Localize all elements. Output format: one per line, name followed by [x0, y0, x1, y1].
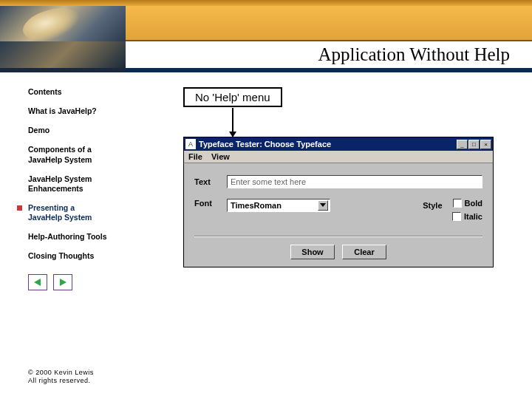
prev-button[interactable] [28, 274, 47, 290]
sidebar-item-presenting[interactable]: Presenting aJavaHelp System [28, 203, 170, 222]
clear-button[interactable]: Clear [342, 245, 386, 259]
title-rule [0, 68, 532, 72]
show-button[interactable]: Show [290, 245, 335, 259]
close-button[interactable]: × [480, 140, 491, 149]
copyright-line2: All rights reserved. [28, 377, 94, 386]
sidebar-item-components[interactable]: Components of aJavaHelp System [28, 145, 170, 164]
sidebar-item-demo[interactable]: Demo [28, 126, 170, 135]
title-photo [0, 41, 126, 68]
sidebar-item-contents[interactable]: Contents [28, 87, 170, 97]
titlebar: A Typeface Tester: Choose Typeface _ □ × [184, 137, 493, 151]
next-button[interactable] [53, 274, 72, 290]
style-label: Style [423, 201, 442, 210]
bold-label: Bold [465, 199, 482, 208]
chevron-down-icon [318, 200, 328, 211]
window-controls: _ □ × [457, 140, 491, 149]
svg-marker-1 [60, 279, 66, 286]
header-gold-area [126, 6, 532, 41]
divider [194, 236, 482, 237]
header-photo [0, 6, 126, 41]
svg-marker-4 [320, 203, 326, 207]
sidebar-item-closing[interactable]: Closing Thoughts [28, 251, 170, 261]
menu-view[interactable]: View [211, 152, 230, 161]
triangle-right-icon [58, 278, 67, 287]
callout-arrow-icon [225, 108, 240, 139]
font-select-value: TimesRoman [231, 201, 318, 210]
app-icon: A [185, 139, 196, 149]
svg-marker-0 [34, 279, 41, 286]
italic-checkbox[interactable] [452, 212, 461, 221]
callout-box: No 'Help' menu [183, 87, 282, 107]
copyright-line1: © 2000 Kevin Lewis [28, 369, 94, 378]
nav-arrows [28, 274, 170, 290]
text-label: Text [194, 177, 227, 186]
titlebar-text: Typeface Tester: Choose Typeface [199, 140, 457, 149]
minimize-button[interactable]: _ [457, 140, 468, 149]
menu-file[interactable]: File [188, 152, 202, 161]
slide-header: Application Without Help [0, 0, 532, 72]
text-input[interactable] [227, 175, 482, 188]
sidebar-item-authoring-tools[interactable]: Help-Authoring Tools [28, 232, 170, 242]
app-window: A Typeface Tester: Choose Typeface _ □ ×… [183, 137, 494, 267]
content-area: Contents What is JavaHelp? Demo Componen… [0, 72, 532, 290]
client-area: Text Font TimesRoman Style [184, 163, 493, 267]
main-area: No 'Help' menu A Typeface Tester: Choose… [170, 87, 532, 290]
footer: © 2000 Kevin Lewis All rights reserved. [28, 369, 94, 386]
italic-label: Italic [464, 212, 482, 221]
sidebar-item-enhancements[interactable]: JavaHelp SystemEnhancements [28, 174, 170, 194]
bold-checkbox[interactable] [453, 199, 462, 208]
triangle-left-icon [33, 278, 42, 287]
title-band: Application Without Help [0, 41, 532, 68]
title-area: Application Without Help [126, 41, 532, 68]
maximize-button[interactable]: □ [468, 140, 480, 149]
font-label: Font [194, 199, 227, 208]
page-title: Application Without Help [318, 44, 510, 65]
sidebar-item-what-is-javahelp[interactable]: What is JavaHelp? [28, 106, 170, 116]
mid-band [0, 6, 532, 41]
menubar: File View [184, 151, 493, 163]
gold-band [0, 0, 532, 6]
font-select[interactable]: TimesRoman [227, 199, 330, 212]
sidebar: Contents What is JavaHelp? Demo Componen… [0, 87, 170, 290]
button-row: Show Clear [194, 245, 482, 259]
